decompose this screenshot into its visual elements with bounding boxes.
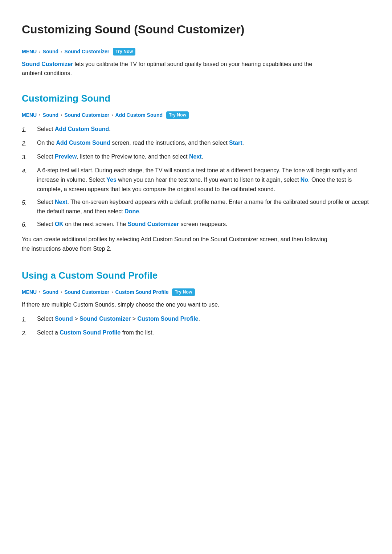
step-4: 4. A 6-step test will start. During each…: [22, 166, 370, 194]
section2-breadcrumb: MENU › Sound › Sound Customizer › Custom…: [22, 288, 370, 296]
section1-breadcrumb: MENU › Sound › Sound Customizer › Add Cu…: [22, 111, 370, 119]
section2-title: Using a Custom Sound Profile: [22, 268, 370, 283]
step-num-6: 6.: [22, 219, 32, 230]
link-ok: OK: [55, 221, 64, 227]
s1-breadcrumb-customizer: Sound Customizer: [64, 111, 109, 119]
section1-steps: 1. Select Add Custom Sound. 2. On the Ad…: [22, 124, 370, 230]
step-num-2: 2.: [22, 138, 32, 148]
link-sound-customizer-s2: Sound Customizer: [79, 316, 131, 322]
section1-title: Customizing Sound: [22, 91, 370, 106]
link-add-custom-sound: Add Custom Sound: [55, 126, 109, 132]
link-sound-s2: Sound: [55, 316, 73, 322]
s1-breadcrumb-action: Add Custom Sound: [115, 111, 163, 119]
link-next-3: Next: [189, 153, 202, 160]
intro-text: Sound Customizer lets you calibrate the …: [22, 59, 334, 78]
link-custom-sound-profile-2: Custom Sound Profile: [60, 329, 121, 336]
try-now-badge[interactable]: Try Now: [166, 111, 189, 119]
intro-highlight: Sound Customizer: [22, 61, 73, 67]
section1-additional-text: You can create additional profiles by se…: [22, 235, 334, 253]
step-num-3: 3.: [22, 152, 32, 162]
link-next-5: Next: [55, 199, 68, 205]
step-text-1: Select Add Custom Sound.: [37, 124, 370, 134]
link-yes: Yes: [106, 177, 117, 183]
s2-step-2: 2. Select a Custom Sound Profile from th…: [22, 328, 370, 338]
s2-step-num-1: 1.: [22, 314, 32, 324]
step-1: 1. Select Add Custom Sound.: [22, 124, 370, 135]
chevron-icon: ›: [61, 48, 62, 56]
chevron-icon: ›: [111, 288, 113, 296]
step-2: 2. On the Add Custom Sound screen, read …: [22, 138, 370, 148]
step-5: 5. Select Next. The on-screen keyboard a…: [22, 197, 370, 216]
breadcrumb-sound: Sound: [43, 48, 59, 56]
section2-steps: 1. Select Sound > Sound Customizer > Cus…: [22, 314, 370, 338]
s2-breadcrumb-action: Custom Sound Profile: [115, 288, 168, 296]
chevron-icon: ›: [61, 288, 62, 296]
s1-breadcrumb-sound: Sound: [43, 111, 59, 119]
s1-breadcrumb-menu: MENU: [22, 111, 37, 119]
link-done: Done: [124, 208, 139, 214]
s2-breadcrumb-sound: Sound: [43, 288, 59, 296]
step-num-5: 5.: [22, 197, 32, 208]
step-text-2: On the Add Custom Sound screen, read the…: [37, 138, 370, 148]
link-add-custom-sound-2: Add Custom Sound: [56, 140, 110, 146]
link-sound-customizer: Sound Customizer: [128, 221, 179, 227]
chevron-icon: ›: [39, 48, 40, 56]
link-preview: Preview: [55, 153, 77, 160]
step-text-3: Select Preview, listen to the Preview to…: [37, 152, 370, 161]
chevron-icon: ›: [61, 111, 62, 119]
step-num-4: 4.: [22, 166, 32, 176]
s2-step-text-1: Select Sound > Sound Customizer > Custom…: [37, 314, 370, 324]
chevron-icon: ›: [39, 288, 40, 296]
breadcrumb-menu: MENU: [22, 48, 37, 56]
chevron-icon: ›: [111, 111, 113, 119]
link-custom-sound-profile-s2: Custom Sound Profile: [138, 316, 199, 322]
s2-breadcrumb-customizer: Sound Customizer: [64, 288, 109, 296]
section2-intro: If there are multiple Custom Sounds, sim…: [22, 300, 334, 309]
section-using-custom-profile: Using a Custom Sound Profile MENU › Soun…: [22, 268, 370, 338]
s2-step-num-2: 2.: [22, 328, 32, 338]
step-text-5: Select Next. The on-screen keyboard appe…: [37, 197, 370, 216]
step-text-6: Select OK on the next screen. The Sound …: [37, 219, 370, 229]
section-customizing-sound: Customizing Sound MENU › Sound › Sound C…: [22, 91, 370, 254]
intro-breadcrumb: MENU › Sound › Sound Customizer Try Now: [22, 48, 370, 56]
s2-step-text-2: Select a Custom Sound Profile from the l…: [37, 328, 370, 337]
step-6: 6. Select OK on the next screen. The Sou…: [22, 219, 370, 230]
chevron-icon: ›: [39, 111, 40, 119]
link-no: No: [301, 177, 308, 183]
try-now-badge[interactable]: Try Now: [172, 288, 195, 296]
link-start: Start: [229, 140, 242, 146]
step-text-4: A 6-step test will start. During each st…: [37, 166, 370, 194]
breadcrumb-customizer: Sound Customizer: [64, 48, 109, 56]
page-title: Customizing Sound (Sound Customizer): [22, 20, 370, 39]
s2-breadcrumb-menu: MENU: [22, 288, 37, 296]
step-num-1: 1.: [22, 124, 32, 135]
step-3: 3. Select Preview, listen to the Preview…: [22, 152, 370, 162]
try-now-badge[interactable]: Try Now: [113, 48, 135, 56]
s2-step-1: 1. Select Sound > Sound Customizer > Cus…: [22, 314, 370, 324]
